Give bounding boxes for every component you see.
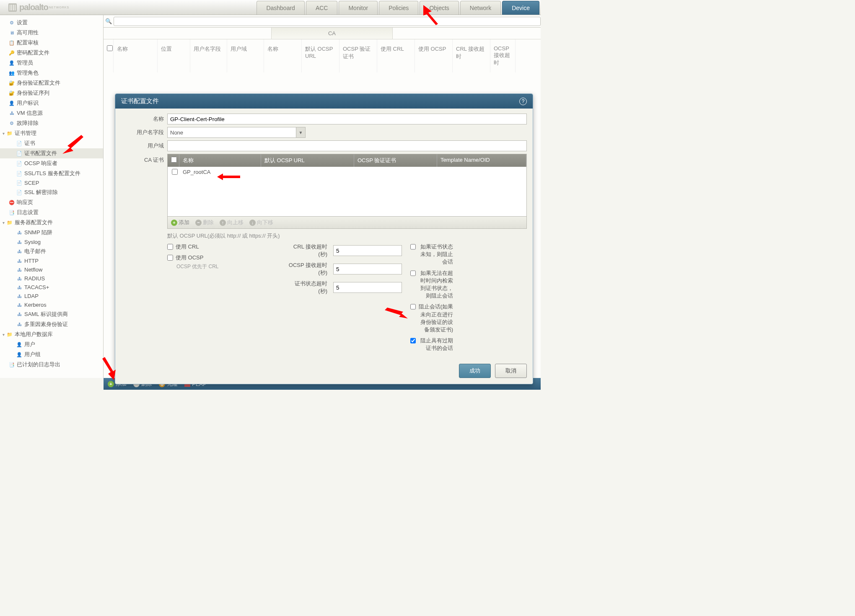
- ca-table-row[interactable]: GP_rootCA: [168, 167, 526, 178]
- sidebar-item[interactable]: 🖧SAML 标识提供商: [0, 309, 103, 319]
- ca-move-up-button[interactable]: ↑向上移: [220, 219, 244, 226]
- srv-icon: 🖧: [16, 248, 23, 254]
- col-username-field[interactable]: 用户名字段: [190, 39, 227, 72]
- cert-status-timeout-input[interactable]: [333, 282, 402, 293]
- sidebar-item[interactable]: 📄证书: [0, 138, 103, 148]
- cancel-button[interactable]: 取消: [495, 364, 527, 378]
- sidebar-item[interactable]: ⚙设置: [0, 18, 103, 28]
- main-tabs: Dashboard ACC Monitor Policies Objects N…: [256, 1, 541, 15]
- use-ocsp-checkbox[interactable]: 使用 OCSP: [167, 254, 213, 261]
- sidebar-item-label: 管理角色: [17, 69, 39, 77]
- sidebar-item[interactable]: 🖧TACACS+: [0, 283, 103, 292]
- ca-col-name[interactable]: 名称: [179, 154, 261, 167]
- crl-timeout-label: CRL 接收超时 (秒): [285, 243, 331, 258]
- search-input[interactable]: [114, 17, 541, 26]
- sidebar-item[interactable]: 🖧多重因素身份验证: [0, 319, 103, 329]
- tab-objects[interactable]: Objects: [420, 1, 459, 15]
- name-label: 名称: [121, 115, 167, 123]
- user-domain-input[interactable]: [167, 140, 527, 151]
- col-use-ocsp[interactable]: 使用 OCSP: [415, 39, 453, 72]
- sidebar-item-label: 用户标识: [17, 99, 39, 107]
- sidebar-item[interactable]: 🖧电子邮件: [0, 246, 103, 256]
- srv-icon: 🖧: [16, 230, 23, 236]
- sidebar-item[interactable]: 📁服务器配置文件: [0, 217, 103, 228]
- ca-delete-button[interactable]: −删除: [195, 219, 214, 226]
- tab-policies[interactable]: Policies: [379, 1, 418, 15]
- sidebar-item[interactable]: 👤用户: [0, 339, 103, 349]
- use-crl-checkbox[interactable]: 使用 CRL: [167, 243, 213, 251]
- col-location[interactable]: 位置: [158, 39, 190, 72]
- sidebar-item[interactable]: 📄OCSP 响应者: [0, 158, 103, 168]
- ca-cert-label: CA 证书: [121, 154, 167, 164]
- select-all-checkbox[interactable]: [107, 45, 113, 51]
- sidebar-item[interactable]: 🖧RADIUS: [0, 274, 103, 283]
- block-expired-cert-checkbox[interactable]: 阻止具有过期证书的会话: [410, 337, 456, 352]
- sidebar-item-label: 电子邮件: [24, 248, 46, 255]
- sidebar-item[interactable]: 🖧SNMP 陷阱: [0, 228, 103, 238]
- username-field-select[interactable]: None ▼: [167, 127, 306, 138]
- col-use-crl[interactable]: 使用 CRL: [377, 39, 415, 72]
- sidebar-item[interactable]: 🖧Netflow: [0, 265, 103, 274]
- col-ocsp-timeout[interactable]: OCSP 接收超时: [490, 39, 516, 72]
- sidebar-item[interactable]: 🖥高可用性: [0, 28, 103, 38]
- sidebar-item[interactable]: 📄SCEP: [0, 179, 103, 187]
- ca-col-template[interactable]: Template Name/OID: [437, 154, 526, 167]
- sidebar-item[interactable]: 📁本地用户数据库: [0, 329, 103, 339]
- col-ocsp-cert[interactable]: OCSP 验证证书: [339, 39, 377, 72]
- sidebar-item[interactable]: 🔐身份验证序列: [0, 88, 103, 98]
- sidebar-item[interactable]: 🖧HTTP: [0, 256, 103, 265]
- col-user-domain[interactable]: 用户域: [227, 39, 264, 72]
- sidebar-item[interactable]: 👤用户标识: [0, 98, 103, 108]
- grid-header: CA 名称 位置 用户名字段 用户域 名称 默认 OCSP URL OCSP 验…: [104, 28, 541, 72]
- ca-move-down-button[interactable]: ↓向下移: [249, 219, 273, 226]
- sidebar-item[interactable]: 🖧Kerberos: [0, 300, 103, 309]
- ca-col-ocsp-cert[interactable]: OCSP 验证证书: [354, 154, 437, 167]
- name-input[interactable]: [167, 114, 527, 124]
- tab-monitor[interactable]: Monitor: [339, 1, 378, 15]
- sidebar-item-label: TACACS+: [24, 284, 49, 290]
- ca-select-all-checkbox[interactable]: [171, 157, 177, 163]
- col-ca-name[interactable]: 名称: [264, 39, 302, 72]
- ocsp-timeout-input[interactable]: [333, 264, 402, 274]
- cert-icon: 📄: [16, 150, 23, 156]
- sidebar-item[interactable]: 👤管理员: [0, 58, 103, 68]
- sidebar-item[interactable]: ⛔响应页: [0, 197, 103, 207]
- sidebar-item[interactable]: 🖧Syslog: [0, 238, 103, 246]
- sidebar-item[interactable]: 📋配置审核: [0, 38, 103, 48]
- ca-add-button[interactable]: +添加: [171, 219, 189, 226]
- sidebar-item[interactable]: 🖧LDAP: [0, 292, 103, 300]
- sidebar-item[interactable]: 📄SSL 解密排除: [0, 187, 103, 197]
- tab-acc[interactable]: ACC: [306, 1, 338, 15]
- col-ocsp-url[interactable]: 默认 OCSP URL: [302, 39, 339, 72]
- crl-timeout-input[interactable]: [333, 245, 402, 256]
- sidebar-item[interactable]: 📄SSL/TLS 服务配置文件: [0, 168, 103, 179]
- tab-network[interactable]: Network: [460, 1, 501, 15]
- user-icon: 👤: [8, 100, 15, 106]
- ca-row-checkbox[interactable]: [172, 169, 178, 175]
- col-name[interactable]: 名称: [114, 39, 158, 72]
- sidebar-item[interactable]: 🔐身份验证配置文件: [0, 78, 103, 88]
- sidebar-item-label: 服务器配置文件: [15, 219, 53, 226]
- sidebar-item[interactable]: 📄证书配置文件: [0, 148, 103, 158]
- col-crl-timeout[interactable]: CRL 接收超时: [453, 39, 490, 72]
- ok-button[interactable]: 成功: [459, 364, 491, 378]
- block-unknown-status-checkbox[interactable]: 如果证书状态未知，则阻止会话: [410, 243, 456, 266]
- sidebar-item[interactable]: 📁证书管理: [0, 128, 103, 138]
- audit-icon: 📋: [8, 40, 15, 46]
- sidebar-item[interactable]: 📑日志设置: [0, 207, 103, 217]
- sidebar-item[interactable]: ⚙故障排除: [0, 118, 103, 128]
- tab-device[interactable]: Device: [502, 1, 539, 15]
- help-icon[interactable]: ?: [519, 98, 527, 105]
- sidebar-item[interactable]: 🖧VM 信息源: [0, 108, 103, 118]
- tab-dashboard[interactable]: Dashboard: [256, 1, 305, 15]
- sidebar-item[interactable]: 🔑密码配置文件: [0, 48, 103, 58]
- sidebar-item[interactable]: 📑已计划的日志导出: [0, 360, 103, 370]
- sidebar-item-label: 多重因素身份验证: [24, 321, 68, 328]
- sidebar[interactable]: ⚙设置🖥高可用性📋配置审核🔑密码配置文件👤管理员👥管理角色🔐身份验证配置文件🔐身…: [0, 15, 104, 378]
- sidebar-item[interactable]: 👥管理角色: [0, 68, 103, 78]
- block-timeout-checkbox[interactable]: 如果无法在超时时间内检索到证书状态，则阻止会话: [410, 269, 456, 300]
- ca-col-ocsp-url[interactable]: 默认 OCSP URL: [261, 154, 354, 167]
- block-unauthenticated-checkbox[interactable]: 阻止会话(如果未向正在进行身份验证的设备颁发证书): [410, 303, 456, 334]
- dialog-title-bar[interactable]: 证书配置文件 ?: [115, 94, 533, 109]
- sidebar-item[interactable]: 👤用户组: [0, 349, 103, 360]
